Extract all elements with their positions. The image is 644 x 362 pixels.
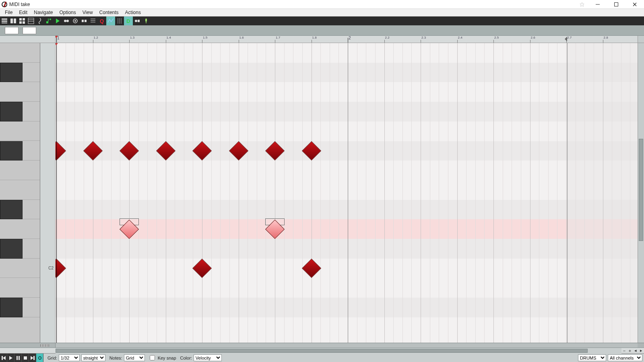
- midi-mic-button[interactable]: [142, 16, 151, 25]
- piano-black-key[interactable]: [0, 141, 23, 161]
- grid-row[interactable]: [56, 102, 638, 121]
- piano-black-key[interactable]: [0, 102, 23, 121]
- rec-1-button[interactable]: [62, 16, 71, 25]
- svg-point-19: [50, 19, 51, 20]
- svg-rect-25: [82, 20, 84, 22]
- transport-pause-button[interactable]: [14, 354, 22, 362]
- piano-black-key[interactable]: [0, 63, 23, 82]
- piano-black-key[interactable]: [0, 200, 23, 220]
- cc-lane-grip[interactable]: [40, 344, 49, 347]
- transport-start-button[interactable]: [0, 354, 7, 362]
- piano-white-key[interactable]: [0, 43, 40, 63]
- menu-contents[interactable]: Contents: [96, 9, 122, 16]
- svg-rect-42: [17, 356, 18, 360]
- grid-row[interactable]: [56, 298, 638, 317]
- grid-select[interactable]: 1/32: [59, 354, 80, 361]
- quantize-q-button[interactable]: Q: [97, 16, 106, 25]
- grid-lines-button[interactable]: [115, 16, 124, 25]
- keysnap-checkbox[interactable]: Key snap: [148, 354, 176, 362]
- color-select[interactable]: Velocity: [194, 354, 222, 361]
- svg-rect-6: [2, 21, 7, 22]
- menu-edit[interactable]: Edit: [16, 9, 31, 16]
- piano-black-key[interactable]: [0, 298, 23, 317]
- hscroll-right-icon[interactable]: ▸: [638, 348, 644, 354]
- play-green-button[interactable]: [53, 16, 62, 25]
- piano-white-key[interactable]: [0, 82, 40, 102]
- transport-end-button[interactable]: [29, 354, 36, 362]
- view-mode-2-button[interactable]: [9, 16, 18, 25]
- close-button[interactable]: [625, 0, 644, 9]
- grid-row[interactable]: [56, 200, 638, 220]
- fx-1-button[interactable]: [133, 16, 142, 25]
- svg-point-24: [74, 20, 76, 22]
- event-list-button[interactable]: [89, 16, 97, 25]
- rec-3-button[interactable]: [80, 16, 89, 25]
- menu-navigate[interactable]: Navigate: [31, 9, 56, 16]
- grid-row[interactable]: [56, 43, 638, 63]
- svg-marker-0: [580, 2, 584, 6]
- filter-slot-2[interactable]: [23, 27, 36, 34]
- filter-bar: [0, 25, 644, 36]
- horizontal-scrollbar[interactable]: − + ◂ ▸: [0, 348, 644, 353]
- minimize-button[interactable]: [588, 0, 607, 9]
- loop-end-marker[interactable]: [565, 37, 567, 41]
- svg-rect-8: [10, 19, 13, 23]
- piano-white-key[interactable]: [0, 278, 40, 298]
- grid-row[interactable]: [56, 63, 638, 82]
- playhead[interactable]: [56, 36, 57, 43]
- hscroll-left-icon[interactable]: ◂: [633, 348, 638, 354]
- svg-rect-14: [28, 18, 34, 24]
- ins-note-green-button[interactable]: [44, 16, 53, 25]
- hzoom-out-icon[interactable]: −: [621, 348, 627, 354]
- grid-row[interactable]: [56, 180, 638, 200]
- view-mode-4-button[interactable]: [27, 16, 35, 25]
- maximize-button[interactable]: [607, 0, 625, 9]
- track-select[interactable]: DRUMS: [578, 354, 606, 361]
- grid-row[interactable]: [56, 259, 638, 278]
- menu-actions[interactable]: Actions: [122, 9, 144, 16]
- cc-lane[interactable]: [0, 343, 644, 348]
- piano-white-key[interactable]: [0, 219, 40, 239]
- grid-row[interactable]: [56, 219, 638, 239]
- grid-row[interactable]: [56, 160, 638, 180]
- rec-2-button[interactable]: [71, 16, 80, 25]
- menu-file[interactable]: File: [2, 9, 16, 16]
- svg-rect-46: [33, 356, 35, 360]
- svg-rect-2: [615, 2, 618, 6]
- hzoom-in-icon[interactable]: +: [627, 348, 633, 354]
- view-mode-1-button[interactable]: [0, 16, 9, 25]
- transport-play-button[interactable]: [7, 354, 14, 362]
- view-mode-3-button[interactable]: [18, 16, 27, 25]
- grid-row[interactable]: [56, 121, 638, 141]
- piano-white-key[interactable]: [0, 121, 40, 141]
- svg-point-35: [135, 20, 137, 22]
- channel-select[interactable]: All channels: [608, 354, 642, 361]
- star-icon[interactable]: [576, 2, 588, 7]
- grid-row[interactable]: [56, 239, 638, 259]
- cc-env-button[interactable]: [106, 16, 115, 25]
- filter-slot-1[interactable]: [5, 27, 19, 34]
- grid-row[interactable]: [56, 82, 638, 102]
- loop-d-button[interactable]: D: [124, 16, 133, 25]
- grid-row[interactable]: [56, 141, 638, 161]
- piano-black-key[interactable]: [0, 239, 23, 259]
- svg-rect-13: [23, 21, 25, 24]
- ruler-right-gutter: [638, 36, 644, 43]
- timeline-ruler[interactable]: 11.21.31.41.51.61.71.822.22.32.42.52.62.…: [56, 36, 638, 43]
- piano-white-key[interactable]: [0, 180, 40, 200]
- ruler-left-gutter: [0, 36, 56, 43]
- notation-clef-button[interactable]: [35, 16, 44, 25]
- piano-keyboard[interactable]: [0, 43, 40, 343]
- svg-rect-44: [24, 356, 27, 360]
- grid-row[interactable]: [56, 278, 638, 298]
- transport-loop-button[interactable]: [36, 354, 43, 362]
- swing-select[interactable]: straight: [81, 354, 105, 361]
- transport-stop-button[interactable]: [22, 354, 29, 362]
- menu-options[interactable]: Options: [56, 9, 79, 16]
- menu-view[interactable]: View: [79, 9, 96, 16]
- note-grid[interactable]: [56, 43, 638, 343]
- piano-white-key[interactable]: [0, 259, 40, 278]
- notes-select[interactable]: Grid: [124, 354, 145, 361]
- vertical-scrollbar[interactable]: [638, 43, 644, 343]
- piano-white-key[interactable]: [0, 160, 40, 180]
